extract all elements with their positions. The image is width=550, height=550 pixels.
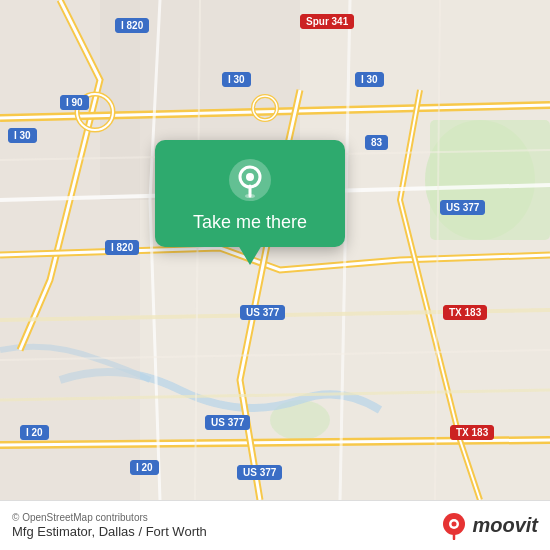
svg-point-13: [246, 173, 254, 181]
road-badge-83: 83: [365, 135, 388, 150]
road-badge-tx183-right: TX 183: [443, 305, 487, 320]
road-badge-spur341: Spur 341: [300, 14, 354, 29]
svg-point-17: [452, 521, 457, 526]
bottom-bar: © OpenStreetMap contributors Mfg Estimat…: [0, 500, 550, 550]
road-badge-i820-top: I 820: [115, 18, 149, 33]
moovit-logo: moovit: [440, 512, 538, 540]
bottom-bar-info: © OpenStreetMap contributors Mfg Estimat…: [12, 512, 207, 539]
moovit-brand-text: moovit: [472, 514, 538, 537]
road-badge-i820-mid: I 820: [105, 240, 139, 255]
road-badge-us377-right: US 377: [440, 200, 485, 215]
road-badge-us377-bottom: US 377: [205, 415, 250, 430]
road-badge-i30-right: I 30: [355, 72, 384, 87]
road-badge-i30-top: I 30: [222, 72, 251, 87]
map-container: I 820 I 90 I 30 I 30 I 30 I 820 US 377 T…: [0, 0, 550, 500]
copyright-text: © OpenStreetMap contributors: [12, 512, 207, 523]
road-badge-i90: I 90: [60, 95, 89, 110]
svg-point-14: [245, 194, 255, 198]
popup-label: Take me there: [193, 212, 307, 233]
road-badge-us377-mid: US 377: [240, 305, 285, 320]
road-badge-i20-bottom: I 20: [130, 460, 159, 475]
location-pin-icon: [228, 158, 272, 202]
location-text: Mfg Estimator, Dallas / Fort Worth: [12, 524, 207, 539]
moovit-brand-icon: [440, 512, 468, 540]
road-badge-i20-left: I 20: [20, 425, 49, 440]
road-badge-tx183-bottom: TX 183: [450, 425, 494, 440]
svg-rect-3: [430, 120, 550, 240]
road-badge-us377-bottom2: US 377: [237, 465, 282, 480]
popup-card[interactable]: Take me there: [155, 140, 345, 247]
road-badge-i30-left: I 30: [8, 128, 37, 143]
